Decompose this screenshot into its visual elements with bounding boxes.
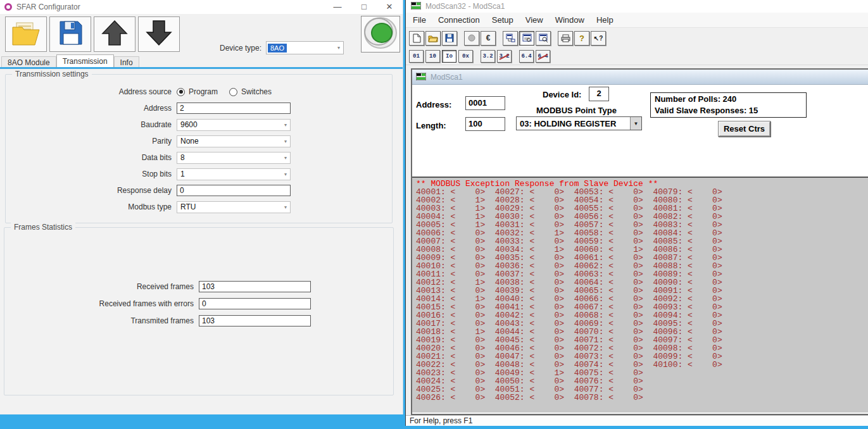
sfar-logo-icon: [4, 3, 12, 11]
frames-statistics-group: Frames Statistics Received frames 103 Re…: [4, 227, 394, 395]
received-errors-input[interactable]: 0: [199, 298, 311, 309]
device-type-value: 8AO: [268, 44, 287, 53]
format-float-button[interactable]: 3.2: [481, 50, 495, 63]
tab-transmission[interactable]: Transmission: [56, 54, 114, 67]
address-label: Address:: [416, 100, 451, 109]
connect-icon: [468, 34, 475, 42]
open-file-button[interactable]: [425, 31, 441, 46]
length-input[interactable]: 100: [465, 117, 505, 131]
register-grid: 40001: < 0> 40027: < 0> 40053: < 0> 4007…: [416, 188, 868, 402]
modscan-statusbar: For Help, press F1: [406, 415, 868, 426]
arrow-up-icon: [100, 18, 129, 50]
modscan-window-title: ModScan32 - ModSca1: [425, 2, 505, 11]
menu-file[interactable]: File: [413, 15, 426, 25]
maximize-button[interactable]: □: [353, 0, 375, 14]
point-type-dropdown[interactable]: 03: HOLDING REGISTER ▼: [516, 116, 642, 130]
context-help-button[interactable]: ↖?: [591, 31, 606, 46]
menu-connection[interactable]: Connection: [438, 15, 480, 25]
register-data-area[interactable]: ** MODBUS Exception Response from Slave …: [412, 177, 868, 413]
transmitted-frames-row: Transmited frames 103: [4, 315, 393, 326]
format-integer-button[interactable]: Io: [442, 50, 456, 63]
minimize-button[interactable]: —: [327, 0, 348, 14]
response-delay-label: Response delay: [6, 186, 172, 195]
save-button[interactable]: [49, 16, 91, 52]
chevron-down-icon: ▾: [337, 45, 340, 51]
radio-program[interactable]: [177, 88, 185, 96]
length-label: Length:: [416, 121, 446, 130]
transmitted-frames-label: Transmited frames: [4, 316, 194, 325]
display-traffic-icon: [539, 34, 548, 42]
save-floppy-icon: [57, 20, 84, 49]
poll-counters-box: Number of Polls: 240 Valid Slave Respons…: [650, 92, 807, 118]
point-type-label: MODBUS Point Type: [536, 106, 617, 115]
format-hex-button[interactable]: 0x: [458, 50, 473, 63]
reset-ctrs-button[interactable]: Reset Ctrs: [718, 121, 771, 137]
print-button[interactable]: [558, 31, 573, 46]
parity-value: None: [180, 137, 199, 146]
address-source-row: Address source Program Switches: [6, 86, 392, 97]
data-definition-button[interactable]: [503, 31, 518, 46]
quick-connect-button[interactable]: €: [481, 31, 496, 46]
radio-switches-label: Switches: [241, 87, 272, 96]
radio-program-label: Program: [189, 87, 218, 96]
parity-dropdown[interactable]: None ▾: [177, 135, 291, 147]
data-bits-dropdown[interactable]: 8 ▾: [177, 152, 291, 164]
data-bits-row: Data bits 8 ▾: [6, 152, 392, 163]
modsca1-title: ModSca1: [431, 73, 463, 82]
stop-bits-dropdown[interactable]: 1 ▾: [177, 168, 291, 180]
modbus-type-dropdown[interactable]: RTU ▾: [177, 201, 291, 213]
address-input[interactable]: 0001: [465, 96, 505, 110]
device-type-dropdown[interactable]: 8AO ▾: [266, 41, 344, 54]
display-data-icon: [522, 34, 532, 42]
format-decimal-button[interactable]: 10: [425, 50, 440, 63]
received-frames-input[interactable]: 103: [199, 281, 311, 292]
printer-icon: [561, 34, 570, 42]
connect-button[interactable]: [464, 31, 479, 46]
new-document-icon: [413, 34, 421, 43]
modbus-type-label: Modbus type: [6, 202, 172, 211]
about-help-button[interactable]: ?: [574, 31, 589, 46]
status-text: For Help, press F1: [410, 416, 472, 425]
transmission-settings-legend: Transmission settings: [12, 70, 92, 78]
data-bits-label: Data bits: [6, 153, 172, 162]
format-swapped-double-button[interactable]: 6.4: [536, 50, 550, 63]
display-traffic-button[interactable]: [536, 31, 551, 46]
display-data-button[interactable]: [519, 31, 534, 46]
format-binary-button[interactable]: 01: [409, 50, 424, 63]
transmission-tab-content: Transmission settings Address source Pro…: [0, 69, 403, 414]
radio-switches[interactable]: [229, 88, 237, 96]
new-file-button[interactable]: [409, 31, 424, 46]
menu-window[interactable]: Window: [555, 15, 584, 25]
received-frames-label: Received frames: [4, 282, 194, 291]
device-id-input[interactable]: 2: [589, 87, 609, 101]
format-swapped-float-button[interactable]: 3.2: [497, 50, 512, 63]
response-delay-row: Response delay 0: [6, 185, 392, 196]
format-double-button[interactable]: 6.4: [519, 50, 534, 63]
tab-8ao-module[interactable]: 8AO Module: [1, 56, 56, 67]
open-file-button[interactable]: [5, 16, 47, 52]
transmission-settings-group: Transmission settings Address source Pro…: [5, 74, 393, 223]
baudrate-dropdown[interactable]: 9600 ▾: [177, 119, 291, 131]
menu-setup[interactable]: Setup: [492, 15, 513, 25]
download-button[interactable]: [138, 16, 180, 52]
chevron-down-icon: ▾: [284, 122, 287, 128]
address-input[interactable]: 2: [177, 103, 291, 114]
baudrate-value: 9600: [180, 120, 198, 129]
response-delay-input[interactable]: 0: [177, 185, 291, 196]
upload-button[interactable]: [94, 16, 135, 52]
menu-view[interactable]: View: [525, 15, 543, 25]
data-definition-icon: [506, 34, 515, 42]
close-button[interactable]: ✕: [379, 0, 400, 14]
connection-status-button[interactable]: [361, 16, 400, 53]
stop-bits-value: 1: [180, 170, 185, 178]
save-button[interactable]: [442, 31, 457, 46]
chevron-down-icon: ▼: [630, 117, 641, 130]
menu-help[interactable]: Help: [596, 15, 613, 25]
sfar-configurator-window: SFAR Configurator — □ ✕: [0, 0, 403, 414]
modbus-type-row: Modbus type RTU ▾: [6, 201, 392, 213]
modscan-main-toolbar: € ? ↖?: [406, 28, 868, 47]
quick-connect-icon: €: [486, 34, 491, 42]
chevron-down-icon: ▾: [284, 204, 287, 210]
transmitted-frames-input[interactable]: 103: [199, 315, 311, 326]
tab-info[interactable]: Info: [114, 56, 139, 67]
